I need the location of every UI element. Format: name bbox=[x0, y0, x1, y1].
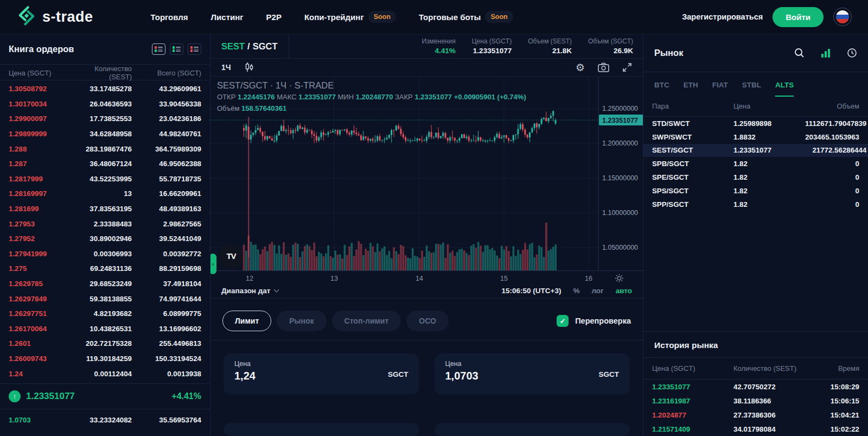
orderbook-ask-row[interactable]: 1.2629784959.3813885574.99741644 bbox=[0, 291, 210, 306]
orderbook-ask-row[interactable]: 1.28169937.8356319548.49389163 bbox=[0, 201, 210, 217]
orderbook-ask-row[interactable]: 1.28736.4806712446.95062388 bbox=[0, 156, 210, 172]
orderbook-ask-row[interactable]: 1.279419990.003069930.00392772 bbox=[0, 247, 210, 262]
panel-collapse-handle[interactable]: › bbox=[210, 254, 216, 274]
qty-cell: 30.89002946 bbox=[73, 235, 132, 243]
price-cell: 1.26297751 bbox=[9, 309, 73, 318]
market-pair-row[interactable]: STD/SWCT1.259898981112671.79047839 bbox=[643, 117, 868, 130]
orderbook-col-price: Цена (SGCT) bbox=[9, 69, 73, 77]
order-type-tab-стоп-лимит[interactable]: Стоп-лимит bbox=[332, 311, 401, 331]
orderbook-ask-row[interactable]: 1.2617006410.4382653113.16996602 bbox=[0, 321, 210, 337]
history-trade-row[interactable]: 1.2335107742.7075027215:08:29 bbox=[643, 380, 868, 394]
nav-item[interactable]: Торговые ботыSoon bbox=[419, 11, 513, 23]
chart-settings-gear-icon[interactable]: ⚙ bbox=[576, 61, 585, 74]
chart-screenshot-camera-icon[interactable] bbox=[598, 62, 609, 72]
price-field[interactable]: Цена1,0703SGCT bbox=[435, 353, 630, 395]
chart-bars-icon[interactable] bbox=[821, 48, 831, 58]
percent-scale-button[interactable]: % bbox=[573, 287, 579, 295]
orderbook-ask-row[interactable]: 1.281699971316.66209961 bbox=[0, 186, 210, 201]
market-pair-row[interactable]: SPE/SGCT1.820 bbox=[643, 170, 868, 184]
orderbook-ask-row[interactable]: 1.281799943.5225399555.78718735 bbox=[0, 172, 210, 187]
market-pair-row[interactable]: SWP/SWCT1.8832203465.1053963 bbox=[643, 130, 868, 144]
market-pair-row[interactable]: SEST/SGCT1.2335107721772.56286444 bbox=[643, 144, 868, 157]
amount-field-stub[interactable] bbox=[435, 423, 630, 436]
history-trade-row[interactable]: 1.202487727.3738630615:04:21 bbox=[643, 408, 868, 422]
language-flag-button[interactable] bbox=[833, 8, 852, 26]
orderbook-ask-row[interactable]: 1.2990009717.7385255323.04236186 bbox=[0, 111, 210, 127]
price-field[interactable]: Цена1,24SGCT bbox=[224, 353, 419, 395]
history-clock-icon[interactable] bbox=[847, 48, 857, 58]
history-trade-row[interactable]: 1.2316198738.118636615:06:15 bbox=[643, 394, 868, 408]
market-tab-eth[interactable]: ETH bbox=[684, 81, 698, 97]
nav-item[interactable]: P2P bbox=[266, 12, 282, 22]
search-icon[interactable] bbox=[794, 48, 805, 58]
log-scale-button[interactable]: лог bbox=[591, 287, 603, 295]
candlestick-style-icon[interactable] bbox=[244, 62, 254, 73]
orderbook-ask-row[interactable]: 1.288283.19867476364.75989309 bbox=[0, 141, 210, 156]
orderbook-ask-row[interactable]: 1.2601202.72175328255.4496813 bbox=[0, 336, 210, 351]
order-type-tab-осо[interactable]: ОСО bbox=[406, 311, 449, 331]
orderbook-column-headers: Цена (SGCT) Количество (SEST) Всего (SGC… bbox=[0, 64, 210, 80]
date-range-button[interactable]: Диапазон дат bbox=[221, 287, 278, 295]
brand-icon bbox=[16, 5, 37, 28]
timeframe-button[interactable]: 1Ч bbox=[221, 63, 231, 72]
chart-clock[interactable]: 15:06:50 (UTC+3) bbox=[501, 287, 561, 295]
amount-field-stub[interactable] bbox=[224, 423, 419, 436]
market-column-headers: Пара Цена Объем bbox=[643, 97, 868, 117]
orderbook-view-asks-button[interactable] bbox=[188, 43, 201, 55]
tradingview-logo[interactable]: TV bbox=[219, 244, 243, 268]
nav-item[interactable]: Листинг bbox=[211, 12, 244, 22]
trade-time-cell: 15:08:29 bbox=[808, 383, 859, 391]
orderbook-ask-row[interactable]: 1.26009743119.30184259150.33194524 bbox=[0, 351, 210, 367]
qty-cell: 10.43826531 bbox=[73, 325, 132, 333]
field-label: Цена bbox=[234, 360, 409, 368]
nav-item-label: Торговля bbox=[151, 12, 188, 22]
login-button[interactable]: Войти bbox=[773, 7, 824, 27]
orderbook-bid-row[interactable]: 1.070333.2332408235.56953764 bbox=[0, 413, 210, 428]
nav-item[interactable]: Торговля bbox=[151, 12, 188, 22]
orderbook-ask-row[interactable]: 1.3050879233.1748527843.29609961 bbox=[0, 81, 210, 97]
recheck-checkbox[interactable]: ✓ bbox=[557, 315, 569, 327]
market-tab-btc[interactable]: BTC bbox=[654, 81, 669, 97]
orderbook-ask-row[interactable]: 1.262977514.821936826.08999775 bbox=[0, 306, 210, 321]
timezone-sun-icon[interactable] bbox=[615, 274, 624, 285]
orderbook-ask-row[interactable]: 1.2795230.8900294639.52441049 bbox=[0, 231, 210, 247]
order-type-tab-рынок[interactable]: Рынок bbox=[277, 311, 326, 331]
orderbook-ask-row[interactable]: 1.3017003426.0463659333.90456338 bbox=[0, 97, 210, 112]
chart-fullscreen-icon[interactable] bbox=[622, 62, 632, 72]
orderbook-ask-row[interactable]: 1.279532.333884832.98627565 bbox=[0, 216, 210, 231]
market-pair-row[interactable]: SPS/SGCT1.820 bbox=[643, 184, 868, 198]
history-trade-row[interactable]: 1.2157140934.0179808415:02:22 bbox=[643, 422, 868, 436]
price-cell: 1.27941999 bbox=[9, 250, 73, 258]
qty-cell: 283.19867476 bbox=[73, 145, 132, 153]
market-tab-alts[interactable]: ALTS bbox=[775, 81, 794, 97]
orderbook-ask-row[interactable]: 1.27569.2483113688.29159698 bbox=[0, 261, 210, 276]
register-link[interactable]: Зарегистрироваться bbox=[682, 12, 763, 21]
order-type-tab-лимит[interactable]: Лимит bbox=[222, 311, 271, 331]
auto-scale-button[interactable]: авто bbox=[616, 287, 632, 295]
time-axis[interactable]: 1213141516 bbox=[210, 270, 643, 283]
nav-item-label: Копи-трейдинг bbox=[304, 12, 364, 22]
orderbook-ask-row[interactable]: 1.262978529.6852324937.4918104 bbox=[0, 276, 210, 292]
price-cell: 1.82 bbox=[733, 200, 764, 208]
orderbook-last-price-bar[interactable]: ↑ 1.23351077 +4.41% bbox=[0, 383, 210, 409]
brand-logo[interactable]: s-trade bbox=[16, 5, 93, 28]
candlestick-chart: 1.250000001.200000001.150000001.10000000… bbox=[210, 77, 643, 270]
order-form-fields-partial bbox=[210, 410, 643, 436]
chart-stat: Цена (SGCT)1.23351077 bbox=[472, 37, 512, 55]
nav-item[interactable]: Копи-трейдингSoon bbox=[304, 11, 396, 23]
total-cell: 0.0013938 bbox=[132, 370, 201, 378]
orderbook-ask-row[interactable]: 1.240.001124040.0013938 bbox=[0, 366, 210, 381]
trade-time-cell: 15:02:22 bbox=[808, 425, 859, 433]
orderbook-view-bids-button[interactable] bbox=[170, 43, 183, 55]
chart-stat: Объем (SEST)21.8K bbox=[528, 37, 572, 55]
orderbook-col-qty: Количество (SEST) bbox=[73, 65, 132, 81]
market-tab-fiat[interactable]: FIAT bbox=[712, 81, 728, 97]
market-tab-stbl[interactable]: STBL bbox=[742, 81, 761, 97]
order-form: ЛимитРынокСтоп-лимитОСО ✓ Перепроверка Ц… bbox=[210, 299, 643, 436]
price-cell: 1.23351077 bbox=[733, 146, 771, 154]
chart-area[interactable]: 1.250000001.200000001.150000001.10000000… bbox=[210, 77, 643, 270]
market-pair-row[interactable]: SPB/SGCT1.820 bbox=[643, 157, 868, 170]
orderbook-ask-row[interactable]: 1.2989999934.6284895844.98240761 bbox=[0, 127, 210, 142]
orderbook-view-both-button[interactable] bbox=[152, 43, 165, 55]
market-pair-row[interactable]: SPP/SGCT1.820 bbox=[643, 198, 868, 211]
